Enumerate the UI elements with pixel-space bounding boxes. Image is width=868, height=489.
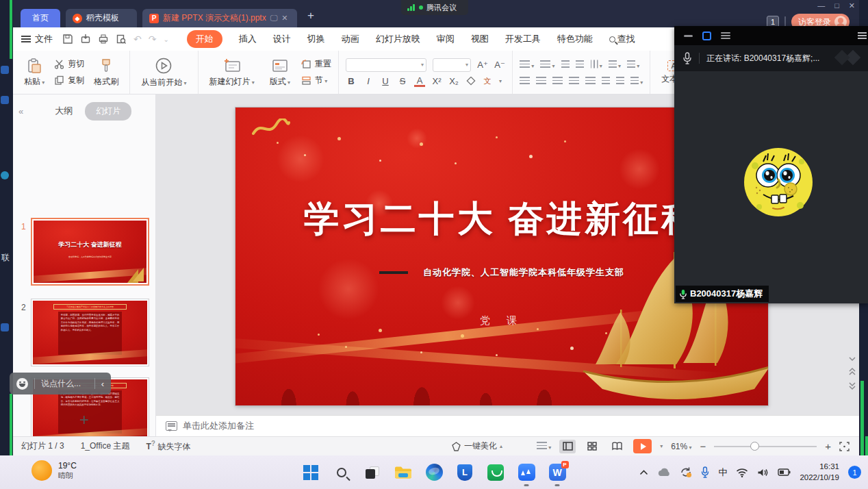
tab-outline[interactable]: 大纲: [55, 105, 73, 117]
desktop-icon[interactable]: [1, 96, 9, 104]
menu-review[interactable]: 审阅: [437, 33, 455, 45]
wps-office-app-button[interactable]: WP: [548, 464, 566, 481]
close-tab-icon[interactable]: ✕: [281, 14, 288, 23]
export-icon[interactable]: [80, 34, 91, 45]
notification-badge[interactable]: 1: [848, 466, 861, 479]
app-store-button[interactable]: [487, 464, 505, 481]
columns-button[interactable]: ▾: [609, 58, 621, 71]
ime-indicator[interactable]: 中: [718, 466, 727, 479]
tray-microphone-icon[interactable]: [701, 466, 709, 478]
wifi-icon[interactable]: [736, 468, 748, 477]
pin-to-desktop-icon[interactable]: 🖵: [270, 14, 278, 23]
slide-sorter-view-button[interactable]: [584, 440, 600, 453]
layout-button[interactable]: 版式 ▾: [266, 58, 294, 88]
strikethrough-button[interactable]: S: [397, 76, 408, 86]
decrease-indent-button[interactable]: [561, 60, 570, 68]
theme-name[interactable]: 1_Office 主题: [81, 440, 130, 452]
zoom-out-button[interactable]: −: [700, 440, 706, 452]
fit-slide-button[interactable]: [839, 442, 850, 451]
superscript-button[interactable]: X²: [431, 76, 442, 86]
collapse-chat-icon[interactable]: ‹: [101, 379, 104, 389]
paragraph-down-button[interactable]: [616, 77, 624, 84]
start-button[interactable]: [302, 464, 320, 481]
line-spacing-button[interactable]: ▾: [627, 58, 639, 71]
save-icon[interactable]: [62, 34, 73, 45]
tab-slides[interactable]: 幻灯片: [85, 102, 131, 121]
desktop-icon[interactable]: [1, 66, 9, 74]
file-menu[interactable]: 文件: [21, 33, 53, 45]
zoom-in-button[interactable]: +: [825, 440, 831, 452]
zoom-slider-knob[interactable]: [750, 442, 759, 451]
onedrive-cloud-icon[interactable]: [657, 468, 671, 477]
align-right-button[interactable]: [552, 77, 563, 84]
paragraph-spacing-button[interactable]: ▾: [630, 75, 643, 87]
meeting-floating-pill[interactable]: 腾讯会议: [401, 0, 468, 15]
menu-devtools[interactable]: 开发工具: [505, 33, 541, 45]
meeting-video-area[interactable]: B20040317杨嘉辉: [674, 71, 868, 303]
slide-thumbnail-1[interactable]: 学习二十大 奋进新征程 自动化学院、人工智能学院本科低年级学生支部: [31, 218, 149, 286]
align-left-button[interactable]: [520, 77, 530, 84]
clear-format-icon[interactable]: [465, 77, 476, 86]
slide-thumbnail-2[interactable]: 习近平在中国共产党第二十次全国代表大会上的报告 青年强，则国家强。当代中国青年生…: [31, 299, 149, 366]
tab-home[interactable]: 首页: [21, 9, 60, 27]
zoom-slider[interactable]: [714, 446, 817, 447]
menu-find[interactable]: 查找: [609, 33, 635, 45]
pinyin-guide-button[interactable]: 文: [482, 76, 493, 86]
reset-button[interactable]: 重置: [301, 58, 331, 70]
redo-icon[interactable]: ↷: [149, 34, 157, 45]
menu-design[interactable]: 设计: [273, 33, 291, 45]
copy-button[interactable]: 复制: [54, 75, 84, 86]
italic-button[interactable]: I: [363, 76, 374, 86]
menu-insert[interactable]: 插入: [239, 33, 257, 45]
shrink-font-button[interactable]: A⁻: [494, 60, 505, 70]
align-center-button[interactable]: [536, 77, 546, 84]
paragraph-up-button[interactable]: [602, 77, 610, 84]
customize-toolbar-caret-icon[interactable]: ⌄: [163, 36, 168, 43]
play-from-current-button[interactable]: 从当前开始 ▾: [137, 57, 190, 88]
slideshow-play-button[interactable]: [633, 439, 652, 453]
menu-animations[interactable]: 动画: [342, 33, 359, 45]
font-size-combobox[interactable]: ▾: [433, 58, 471, 72]
normal-view-button[interactable]: [559, 440, 576, 453]
undo-icon[interactable]: ↶: [133, 34, 142, 45]
scroll-down-icon[interactable]: [848, 356, 856, 362]
new-tab-button[interactable]: +: [307, 9, 314, 23]
emoji-icon[interactable]: [16, 378, 28, 390]
notes-bar[interactable]: 单击此处添加备注: [156, 415, 859, 436]
numbered-list-button[interactable]: ▾: [540, 58, 554, 71]
underline-button[interactable]: U: [380, 76, 391, 86]
add-slide-button[interactable]: +: [13, 410, 155, 429]
tab-docer-templates[interactable]: ◆ 稻壳模板: [66, 9, 137, 27]
menu-view[interactable]: 视图: [471, 33, 489, 45]
text-direction-button[interactable]: ▾: [590, 58, 602, 71]
print-preview-icon[interactable]: [116, 34, 127, 45]
tab-document[interactable]: P 新建 PPTX 演示文稿(1).pptx 🖵 ✕: [142, 9, 297, 27]
subscript-button[interactable]: X₂: [448, 76, 459, 86]
reading-view-button[interactable]: [609, 440, 625, 453]
section-button[interactable]: 节 ▾: [301, 75, 331, 86]
cut-button[interactable]: 剪切: [54, 58, 84, 70]
menu-transitions[interactable]: 切换: [307, 33, 325, 45]
meeting-list-view-icon[interactable]: [721, 30, 730, 40]
meeting-minimize-icon[interactable]: [684, 35, 693, 37]
menu-special-features[interactable]: 特色功能: [557, 33, 593, 45]
menu-home[interactable]: 开始: [187, 30, 222, 48]
search-button[interactable]: [333, 464, 350, 481]
paste-button[interactable]: 粘贴 ▾: [20, 58, 49, 88]
play-options-caret-icon[interactable]: ▾: [660, 443, 663, 449]
missing-font-warning[interactable]: T? 缺失字体: [146, 440, 191, 453]
justify-button[interactable]: [569, 77, 579, 84]
tray-expand-icon[interactable]: [639, 470, 648, 475]
pc-manager-button[interactable]: L: [456, 464, 474, 481]
edge-browser-button[interactable]: [425, 464, 443, 481]
sync-icon[interactable]: [680, 466, 692, 478]
task-view-button[interactable]: [363, 464, 381, 481]
maximize-button[interactable]: □: [834, 1, 839, 10]
bold-button[interactable]: B: [346, 76, 357, 86]
desktop-icon[interactable]: [1, 323, 9, 331]
new-slide-button[interactable]: 新建幻灯片 ▾: [205, 58, 259, 88]
weather-widget[interactable]: 19°C 晴朗: [31, 460, 77, 481]
meeting-menu-icon[interactable]: [858, 30, 867, 41]
desktop-icon[interactable]: [1, 171, 9, 179]
file-explorer-button[interactable]: [394, 464, 412, 481]
